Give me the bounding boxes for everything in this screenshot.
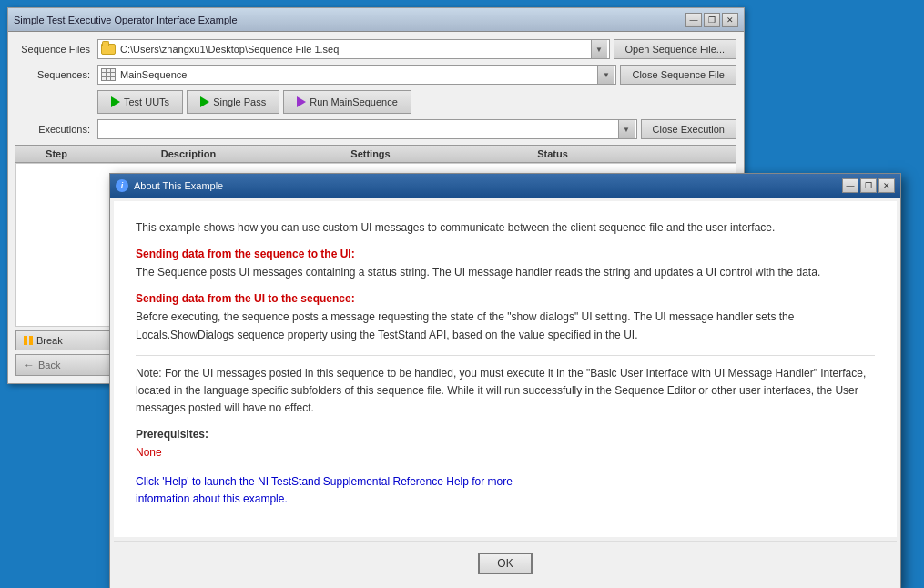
executions-field: ▼ Close Execution [97,119,736,139]
pause-icon [24,336,33,345]
dialog-help-text: Click 'Help' to launch the NI TestStand … [136,473,875,508]
sequence-file-combo[interactable]: C:\Users\zhangxu1\Desktop\Sequence File … [97,39,610,59]
single-pass-label: Single Pass [213,96,266,107]
dialog-window-controls: — ❐ ✕ [842,178,895,193]
sequence-files-label: Sequence Files [15,44,97,55]
folder-icon [100,41,117,57]
executions-combo[interactable]: ▼ [97,119,637,139]
sequence-files-row: Sequence Files C:\Users\zhangxu1\Desktop… [15,39,736,59]
dialog-prereq-value: None [136,444,875,461]
dialog-note: Note: For the UI messages posted in this… [136,365,875,418]
step-column-header: Step [15,148,97,159]
back-label: Back [38,360,60,370]
table-header: Step Description Settings Status [15,145,736,163]
restore-button[interactable]: ❐ [704,13,720,27]
sequences-combo[interactable]: MainSequence ▼ [97,65,616,85]
sequence-value: MainSequence [120,69,597,80]
executions-dropdown-arrow[interactable]: ▼ [618,120,635,138]
dialog-para-3: Before executing, the sequence posts a m… [136,309,875,343]
main-title-bar: Simple Test Executive Operator Interface… [8,8,744,32]
dialog-close-button[interactable]: ✕ [878,178,895,193]
sequences-row: Sequences: MainSequence ▼ Close Sequence… [15,65,736,85]
status-column-header: Status [462,148,644,159]
play-icon-green [111,96,120,107]
executions-row: Executions: ▼ Close Execution [15,119,736,139]
main-window-controls: — ❐ ✕ [685,13,738,27]
break-label: Break [36,335,63,346]
break-button[interactable]: Break [15,330,125,350]
dialog-body: This example shows how you can use custo… [114,201,897,537]
sequences-dropdown-arrow[interactable]: ▼ [597,66,614,84]
dialog-separator [136,355,875,356]
main-window-title: Simple Test Executive Operator Interface… [14,15,238,25]
settings-column-header: Settings [279,148,462,159]
pause-bar-right [29,336,33,345]
back-button[interactable]: ← Back [15,354,125,376]
dialog-title-text: About This Example [134,180,223,191]
dialog-para-2: The Sequence posts UI messages containin… [136,264,875,281]
about-dialog: i About This Example — ❐ ✕ This example … [109,173,901,588]
ok-button[interactable]: OK [478,553,533,574]
sequence-files-field: C:\Users\zhangxu1\Desktop\Sequence File … [97,39,736,59]
dialog-minimize-button[interactable]: — [842,178,858,193]
play-icon-green-2 [200,96,209,107]
description-column-header: Description [97,148,279,159]
grid-icon [100,66,117,83]
close-sequence-file-button[interactable]: Close Sequence File [620,65,736,85]
test-uuts-button[interactable]: Test UUTs [97,90,183,114]
sequence-file-dropdown-arrow[interactable]: ▼ [591,40,607,58]
minimize-button[interactable]: — [685,13,702,27]
sequences-field: MainSequence ▼ Close Sequence File [97,65,736,85]
single-pass-button[interactable]: Single Pass [187,90,279,114]
dialog-para-1: This example shows how you can use custo… [136,219,875,237]
close-button[interactable]: ✕ [722,13,738,27]
dialog-section-title-1: Sending data from the sequence to the UI… [136,248,875,260]
pause-bar-left [24,336,27,345]
sequence-file-path: C:\Users\zhangxu1\Desktop\Sequence File … [120,44,591,55]
dialog-restore-button[interactable]: ❐ [860,178,877,193]
back-arrow-icon: ← [24,359,35,371]
run-main-sequence-label: Run MainSequence [310,96,398,107]
dialog-info-icon: i [116,179,128,192]
dialog-section-title-2: Sending data from the UI to the sequence… [136,292,875,305]
play-icon-purple [297,96,306,107]
dialog-title-bar: i About This Example — ❐ ✕ [110,174,900,198]
run-main-sequence-button[interactable]: Run MainSequence [283,90,411,114]
sequences-label: Sequences: [15,69,97,80]
dialog-title-group: i About This Example [116,179,223,192]
close-execution-button[interactable]: Close Execution [641,119,737,139]
open-sequence-file-button[interactable]: Open Sequence File... [614,39,736,59]
test-uuts-label: Test UUTs [124,96,169,107]
run-buttons-row: Test UUTs Single Pass Run MainSequence [97,90,736,114]
dialog-footer: OK [114,541,897,585]
executions-label: Executions: [15,124,97,135]
dialog-prereq-title: Prerequisites: [136,428,875,441]
